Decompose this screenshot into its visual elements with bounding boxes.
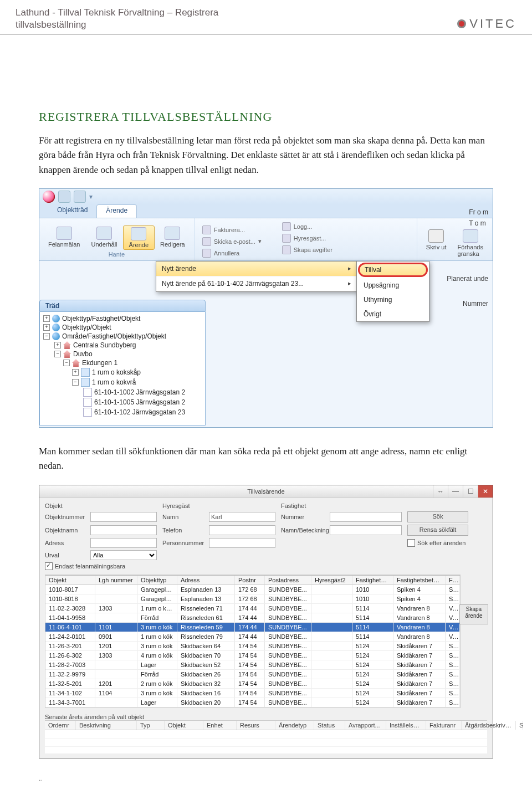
input-telefon[interactable] <box>209 525 275 535</box>
collapse-icon[interactable]: − <box>43 333 50 340</box>
col-status[interactable]: Status <box>314 721 345 730</box>
ribbon-forhandsgranska[interactable]: Förhands granska <box>452 228 489 258</box>
minimize-button[interactable]: — <box>448 485 463 498</box>
col-skapad[interactable]: Skapad av <box>516 721 523 730</box>
col-adress[interactable]: Adress <box>177 576 235 584</box>
col-beskrivning[interactable]: Beskrivning <box>76 721 137 730</box>
submenu-ovrigt[interactable]: Övrigt <box>357 307 429 321</box>
tree-node[interactable]: Centrala Sundbyberg <box>73 341 136 349</box>
tree-node[interactable]: 61-10-1-1002 Järnvägsgatan 2 <box>94 388 185 396</box>
expand-icon[interactable]: + <box>43 315 50 322</box>
ribbon-fakturera[interactable]: Fakturera... <box>198 225 266 235</box>
ribbon-logg[interactable]: Logg... <box>278 222 337 232</box>
checkbox-endast-felanmalningsbara[interactable]: ✓ <box>45 562 53 570</box>
input-nummer[interactable] <box>330 512 402 522</box>
table-row[interactable]: 11-02-2-302813031 rum o kok...Rissnelede… <box>45 604 460 613</box>
table-row[interactable]: 11-32-2-9979FörrådSkidbacken 26174 54SUN… <box>45 670 460 679</box>
ribbon-skriv-ut[interactable]: Skriv ut <box>421 228 452 258</box>
table-row[interactable]: 1010-8017GarageplatsEsplanaden 13172 68S… <box>45 585 460 594</box>
input-personnr[interactable] <box>209 538 275 548</box>
table-row[interactable]: 11-24-2-010109011 rum o kökRissneleden 7… <box>45 632 460 642</box>
col-objekttyp[interactable]: Objekttyp <box>137 576 177 584</box>
table-row[interactable]: 11-34-3-7001LagerSkidbacken 20174 54SUND… <box>45 698 460 707</box>
col-installelsetid[interactable]: Inställelsetid <box>386 721 426 730</box>
table-row[interactable]: 11-04-1-9958FörrådRissneleden 61174 44SU… <box>45 613 460 623</box>
col-postadress[interactable]: Postadress <box>265 576 311 584</box>
plus-icon <box>202 225 211 234</box>
tree-node[interactable]: 1 rum o kokvrå <box>92 378 136 386</box>
col-fastbet[interactable]: Fastighetsbeteckning <box>393 576 446 584</box>
table-row[interactable]: 11-34-1-10211043 rum o kökSkidbacken 161… <box>45 689 460 698</box>
expand-icon[interactable]: + <box>54 342 61 348</box>
ribbon-annullera[interactable]: Annullera <box>198 248 266 258</box>
collapse-icon[interactable]: − <box>72 379 79 386</box>
input-objektnummer[interactable] <box>90 512 157 522</box>
dropdown-nytt-arende[interactable]: Nytt ärende▸ <box>156 262 357 276</box>
qat-button[interactable] <box>74 191 86 203</box>
submenu-tillval[interactable]: Tillval <box>358 263 428 277</box>
input-beteckning[interactable] <box>330 525 402 535</box>
collapse-icon[interactable]: − <box>63 360 70 366</box>
collapse-icon[interactable]: − <box>54 351 61 357</box>
app-orb-icon[interactable] <box>43 191 55 203</box>
input-adress[interactable] <box>90 538 157 548</box>
col-fasty[interactable]: Fasty <box>446 576 460 584</box>
ribbon-underhall[interactable]: Underhåll <box>85 225 122 250</box>
col-fastighetsn[interactable]: Fastighetsn... <box>352 576 393 584</box>
input-namn[interactable]: Karl <box>209 512 275 522</box>
table-row[interactable]: 11-26-3-20112013 rum o kökSkidbacken 641… <box>45 642 460 651</box>
table-row[interactable]: 11-26-6-30213034 rum o kökSkidbacken 701… <box>45 651 460 660</box>
skapa-arende-button[interactable]: Skapa ärende <box>459 604 488 624</box>
table-row[interactable]: 11-32-5-20112012 rum o kökSkidbacken 321… <box>45 679 460 689</box>
tree-node[interactable]: Objekttyp/Fastighet/Objekt <box>62 315 140 322</box>
header-title: Lathund - Tillval Teknisk Förvaltning – … <box>16 7 218 31</box>
tree-node[interactable]: Område/Fastighet/Objekttyp/Objekt <box>62 332 166 340</box>
col-resurs[interactable]: Resurs <box>237 721 275 730</box>
tree-node[interactable]: Duvbo <box>73 350 93 358</box>
submenu-uthyrning[interactable]: Uthyrning <box>357 293 429 307</box>
ribbon-felanmalan[interactable]: Felanmälan <box>43 225 85 250</box>
maximize-button[interactable]: ☐ <box>463 485 478 498</box>
dropdown-nytt-arende-pa[interactable]: Nytt ärende på 61-10-1-402 Järnvägsgatan… <box>156 276 357 291</box>
ribbon-redigera[interactable]: Redigera <box>155 225 191 250</box>
close-button[interactable]: ✕ <box>478 485 493 498</box>
col-arendetyp[interactable]: Ärendetyp <box>275 721 314 730</box>
ribbon-arende[interactable]: Ärende <box>123 225 155 250</box>
tree-node[interactable]: Objekttyp/Objekt <box>62 324 111 331</box>
input-objektnamn[interactable] <box>90 525 157 535</box>
qat-button[interactable] <box>58 191 70 203</box>
tab-objekttrad[interactable]: Objektträd <box>48 204 96 218</box>
col-lgh[interactable]: Lgh nummer <box>95 576 137 584</box>
rensa-button[interactable]: Rensa sökfält <box>407 525 468 536</box>
tree-node[interactable]: 61-10-1-1005 Järnvägsgatan 2 <box>94 398 185 406</box>
help-button[interactable]: ↔ <box>433 485 448 498</box>
tree-node[interactable]: 61-10-1-102 Järnvägsgatan 23 <box>94 408 185 416</box>
select-urval[interactable]: Alla <box>90 550 157 560</box>
expand-icon[interactable]: + <box>43 324 50 331</box>
lower-caption: Senaste årets ärenden på valt objekt <box>45 714 487 720</box>
tree-node[interactable]: Ekdungen 1 <box>82 359 117 367</box>
ribbon-skapa-avgifter[interactable]: Skapa avgifter <box>278 245 337 255</box>
tree-node[interactable]: 1 rum o kokskåp <box>92 368 141 376</box>
ribbon-skicka-epost[interactable]: Skicka e-post... ▾ <box>198 237 266 247</box>
col-objekt[interactable]: Objekt <box>45 576 95 584</box>
col-typ[interactable]: Typ <box>137 721 165 730</box>
table-row[interactable]: 11-28-2-7003LagerSkidbacken 52174 54SUND… <box>45 660 460 670</box>
col-enhet[interactable]: Enhet <box>203 721 237 730</box>
col-atgard[interactable]: Åtgärdsbeskrivni... <box>462 721 516 730</box>
table-row[interactable]: 11-06-4-10111013 rum o kökRissneleden 59… <box>45 623 460 632</box>
submenu-uppsagning[interactable]: Uppsägning <box>357 278 429 293</box>
checkbox-sok-efter-arenden[interactable] <box>407 539 415 547</box>
expand-icon[interactable]: + <box>72 369 79 376</box>
col-fakturanr[interactable]: Fakturanr <box>426 721 462 730</box>
col-objekt2[interactable]: Objekt <box>165 721 203 730</box>
tab-arende[interactable]: Ärende <box>96 204 137 218</box>
table-row[interactable]: 1010-8018GarageplatsEsplanaden 13172 68S… <box>45 594 460 604</box>
col-avrapport[interactable]: Avrapport... <box>345 721 386 730</box>
col-postnr[interactable]: Postnr <box>235 576 265 584</box>
col-ordernr[interactable]: Ordernr <box>45 721 76 730</box>
ribbon-hyresgast[interactable]: Hyresgäst... <box>278 233 337 243</box>
sok-button[interactable]: Sök <box>407 511 468 522</box>
col-hyresgast2[interactable]: Hyresgäst2 <box>311 576 352 584</box>
tree-body[interactable]: +Objekttyp/Fastighet/Objekt +Objekttyp/O… <box>39 312 206 425</box>
